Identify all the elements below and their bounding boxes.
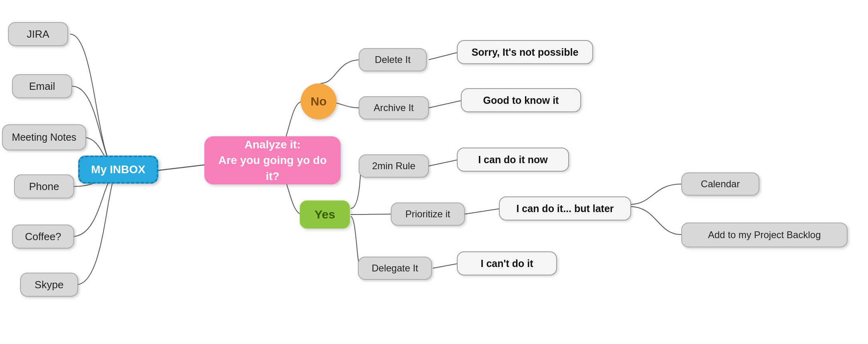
two-min-rule-node: 2min Rule [359,154,429,178]
svg-line-1 [429,52,459,60]
coffee-node: Coffee? [12,225,74,249]
delegate-it-node: Delegate It [358,257,432,280]
email-node: Email [12,74,72,98]
i-can-do-now-node: I can do it now [457,148,569,172]
svg-line-2 [429,100,463,108]
svg-line-0 [158,164,208,170]
i-cant-do-node: I can't do it [457,251,557,275]
sorry-not-possible-node: Sorry, It's not possible [457,40,593,64]
no-node: No [301,83,337,119]
svg-line-4 [465,208,501,214]
analyze-node: Analyze it: Are you going yo do it? [204,136,341,184]
inbox-node[interactable]: My INBOX [78,156,158,184]
svg-line-5 [433,263,459,268]
i-can-do-later-node: I can do it... but later [499,196,631,221]
prioritize-it-node: Prioritize it [391,202,465,226]
phone-node: Phone [14,174,74,198]
svg-line-3 [429,160,459,166]
good-to-know-node: Good to know it [461,88,581,112]
meeting-notes-node: Meeting Notes [2,124,86,150]
delete-it-node: Delete It [359,48,427,71]
add-to-backlog-node[interactable]: Add to my Project Backlog [681,223,848,247]
yes-node: Yes [300,200,350,229]
calendar-node: Calendar [681,172,759,196]
jira-node: JIRA [8,22,68,46]
archive-it-node: Archive It [359,96,429,119]
skype-node: Skype [20,273,78,297]
